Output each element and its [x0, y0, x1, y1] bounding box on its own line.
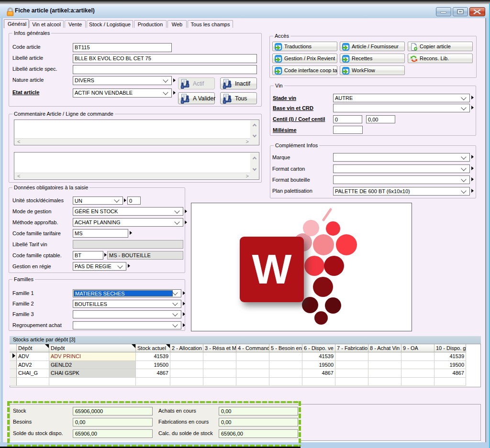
- svg-text:W: W: [252, 245, 291, 293]
